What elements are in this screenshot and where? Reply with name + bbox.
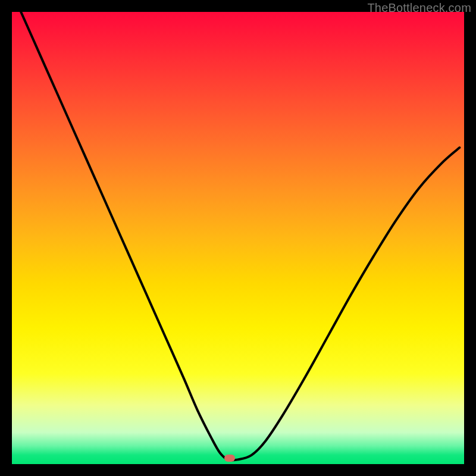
optimal-point-marker <box>224 455 235 462</box>
plot-area <box>12 12 464 464</box>
bottleneck-curve <box>12 12 464 464</box>
chart-frame: TheBottleneck.com <box>0 0 476 476</box>
